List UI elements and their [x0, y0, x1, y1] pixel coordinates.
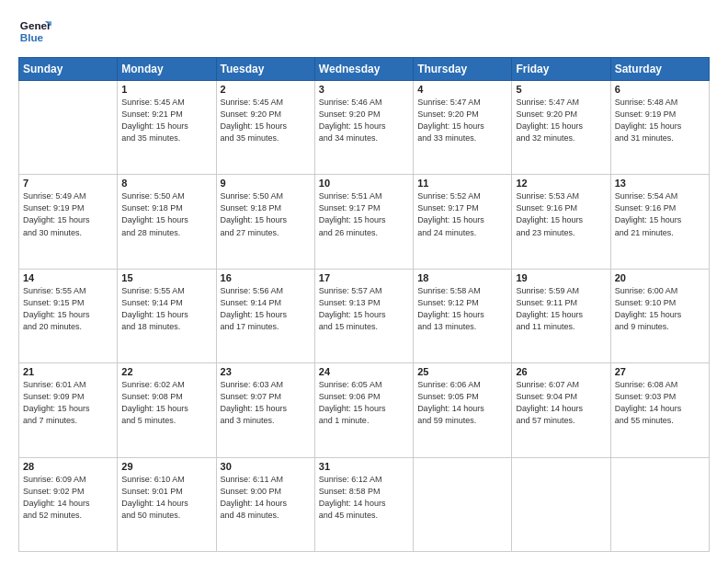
header: General Blue — [18, 15, 710, 48]
day-info: Sunrise: 6:10 AMSunset: 9:01 PMDaylight:… — [121, 474, 211, 522]
day-info: Sunrise: 5:50 AMSunset: 9:18 PMDaylight:… — [221, 190, 311, 238]
day-info: Sunrise: 6:03 AMSunset: 9:07 PMDaylight:… — [221, 379, 311, 427]
day-info: Sunrise: 6:00 AMSunset: 9:10 PMDaylight:… — [615, 285, 705, 333]
day-number: 17 — [319, 272, 409, 283]
calendar-cell: 16Sunrise: 5:56 AMSunset: 9:14 PMDayligh… — [216, 269, 314, 362]
calendar-cell — [512, 457, 610, 551]
calendar-cell: 14Sunrise: 5:55 AMSunset: 9:15 PMDayligh… — [19, 269, 118, 362]
logo: General Blue — [18, 15, 51, 48]
calendar-cell: 10Sunrise: 5:51 AMSunset: 9:17 PMDayligh… — [314, 175, 413, 269]
calendar-table: SundayMondayTuesdayWednesdayThursdayFrid… — [18, 57, 710, 552]
calendar-cell: 26Sunrise: 6:07 AMSunset: 9:04 PMDayligh… — [512, 363, 610, 457]
day-number: 11 — [417, 178, 507, 189]
day-number: 28 — [23, 461, 113, 472]
day-info: Sunrise: 5:52 AMSunset: 9:17 PMDaylight:… — [417, 190, 507, 238]
week-row-5: 28Sunrise: 6:09 AMSunset: 9:02 PMDayligh… — [19, 457, 710, 551]
day-info: Sunrise: 6:07 AMSunset: 9:04 PMDaylight:… — [516, 379, 606, 427]
calendar-cell: 24Sunrise: 6:05 AMSunset: 9:06 PMDayligh… — [314, 363, 413, 457]
page: General Blue SundayMondayTuesdayWednesda… — [0, 0, 728, 563]
calendar-cell: 12Sunrise: 5:53 AMSunset: 9:16 PMDayligh… — [512, 175, 610, 269]
day-number: 15 — [121, 272, 211, 283]
calendar-cell: 5Sunrise: 5:47 AMSunset: 9:20 PMDaylight… — [512, 81, 610, 175]
day-number: 1 — [121, 84, 211, 95]
day-number: 8 — [121, 178, 211, 189]
calendar-cell: 23Sunrise: 6:03 AMSunset: 9:07 PMDayligh… — [216, 363, 314, 457]
calendar-cell: 15Sunrise: 5:55 AMSunset: 9:14 PMDayligh… — [118, 269, 216, 362]
day-info: Sunrise: 6:02 AMSunset: 9:08 PMDaylight:… — [121, 379, 211, 427]
calendar-cell: 18Sunrise: 5:58 AMSunset: 9:12 PMDayligh… — [414, 269, 512, 362]
logo-icon: General Blue — [18, 15, 51, 48]
calendar-cell — [414, 457, 512, 551]
day-info: Sunrise: 5:47 AMSunset: 9:20 PMDaylight:… — [417, 97, 507, 144]
day-info: Sunrise: 5:49 AMSunset: 9:19 PMDaylight:… — [23, 190, 113, 238]
day-number: 31 — [319, 461, 409, 472]
day-number: 13 — [615, 178, 705, 189]
calendar-cell: 29Sunrise: 6:10 AMSunset: 9:01 PMDayligh… — [118, 457, 216, 551]
day-info: Sunrise: 5:59 AMSunset: 9:11 PMDaylight:… — [516, 285, 606, 333]
day-info: Sunrise: 5:53 AMSunset: 9:16 PMDaylight:… — [516, 190, 606, 238]
weekday-header-row: SundayMondayTuesdayWednesdayThursdayFrid… — [19, 58, 710, 81]
calendar-cell: 2Sunrise: 5:45 AMSunset: 9:20 PMDaylight… — [216, 81, 314, 175]
week-row-2: 7Sunrise: 5:49 AMSunset: 9:19 PMDaylight… — [19, 175, 710, 269]
day-number: 21 — [23, 366, 113, 377]
day-info: Sunrise: 6:11 AMSunset: 9:00 PMDaylight:… — [221, 474, 311, 522]
day-info: Sunrise: 6:09 AMSunset: 9:02 PMDaylight:… — [23, 474, 113, 522]
svg-text:Blue: Blue — [20, 31, 44, 43]
day-number: 6 — [615, 84, 705, 95]
calendar-cell — [19, 81, 118, 175]
day-number: 14 — [23, 272, 113, 283]
day-number: 5 — [516, 84, 606, 95]
calendar-cell: 13Sunrise: 5:54 AMSunset: 9:16 PMDayligh… — [610, 175, 709, 269]
day-number: 10 — [319, 178, 409, 189]
day-info: Sunrise: 6:06 AMSunset: 9:05 PMDaylight:… — [417, 379, 507, 427]
day-number: 3 — [319, 84, 409, 95]
calendar-cell: 31Sunrise: 6:12 AMSunset: 8:58 PMDayligh… — [314, 457, 413, 551]
calendar-cell — [610, 457, 709, 551]
day-number: 25 — [417, 366, 507, 377]
calendar-cell: 7Sunrise: 5:49 AMSunset: 9:19 PMDaylight… — [19, 175, 118, 269]
day-number: 19 — [516, 272, 606, 283]
calendar-cell: 9Sunrise: 5:50 AMSunset: 9:18 PMDaylight… — [216, 175, 314, 269]
calendar-cell: 4Sunrise: 5:47 AMSunset: 9:20 PMDaylight… — [414, 81, 512, 175]
day-number: 27 — [615, 366, 705, 377]
day-info: Sunrise: 5:55 AMSunset: 9:14 PMDaylight:… — [121, 285, 211, 333]
day-number: 12 — [516, 178, 606, 189]
weekday-header-sunday: Sunday — [19, 58, 118, 81]
week-row-3: 14Sunrise: 5:55 AMSunset: 9:15 PMDayligh… — [19, 269, 710, 362]
day-number: 23 — [221, 366, 311, 377]
day-number: 2 — [221, 84, 311, 95]
calendar-cell: 17Sunrise: 5:57 AMSunset: 9:13 PMDayligh… — [314, 269, 413, 362]
calendar-cell: 28Sunrise: 6:09 AMSunset: 9:02 PMDayligh… — [19, 457, 118, 551]
day-info: Sunrise: 5:48 AMSunset: 9:19 PMDaylight:… — [615, 97, 705, 144]
day-number: 18 — [417, 272, 507, 283]
day-info: Sunrise: 5:55 AMSunset: 9:15 PMDaylight:… — [23, 285, 113, 333]
calendar-cell: 21Sunrise: 6:01 AMSunset: 9:09 PMDayligh… — [19, 363, 118, 457]
calendar-cell: 19Sunrise: 5:59 AMSunset: 9:11 PMDayligh… — [512, 269, 610, 362]
day-info: Sunrise: 6:01 AMSunset: 9:09 PMDaylight:… — [23, 379, 113, 427]
day-info: Sunrise: 5:45 AMSunset: 9:20 PMDaylight:… — [221, 97, 311, 144]
day-info: Sunrise: 5:45 AMSunset: 9:21 PMDaylight:… — [121, 97, 211, 144]
day-number: 9 — [221, 178, 311, 189]
week-row-4: 21Sunrise: 6:01 AMSunset: 9:09 PMDayligh… — [19, 363, 710, 457]
day-number: 29 — [121, 461, 211, 472]
day-info: Sunrise: 5:50 AMSunset: 9:18 PMDaylight:… — [121, 190, 211, 238]
day-number: 22 — [121, 366, 211, 377]
calendar-cell: 22Sunrise: 6:02 AMSunset: 9:08 PMDayligh… — [118, 363, 216, 457]
day-info: Sunrise: 5:47 AMSunset: 9:20 PMDaylight:… — [516, 97, 606, 144]
day-info: Sunrise: 6:08 AMSunset: 9:03 PMDaylight:… — [615, 379, 705, 427]
day-info: Sunrise: 5:54 AMSunset: 9:16 PMDaylight:… — [615, 190, 705, 238]
day-number: 24 — [319, 366, 409, 377]
day-number: 7 — [23, 178, 113, 189]
calendar-cell: 8Sunrise: 5:50 AMSunset: 9:18 PMDaylight… — [118, 175, 216, 269]
weekday-header-thursday: Thursday — [414, 58, 512, 81]
calendar-cell: 20Sunrise: 6:00 AMSunset: 9:10 PMDayligh… — [610, 269, 709, 362]
day-info: Sunrise: 5:56 AMSunset: 9:14 PMDaylight:… — [221, 285, 311, 333]
svg-text:General: General — [20, 19, 51, 31]
calendar-cell: 3Sunrise: 5:46 AMSunset: 9:20 PMDaylight… — [314, 81, 413, 175]
day-number: 26 — [516, 366, 606, 377]
calendar-cell: 27Sunrise: 6:08 AMSunset: 9:03 PMDayligh… — [610, 363, 709, 457]
weekday-header-wednesday: Wednesday — [314, 58, 413, 81]
weekday-header-friday: Friday — [512, 58, 610, 81]
weekday-header-saturday: Saturday — [610, 58, 709, 81]
day-info: Sunrise: 5:57 AMSunset: 9:13 PMDaylight:… — [319, 285, 409, 333]
